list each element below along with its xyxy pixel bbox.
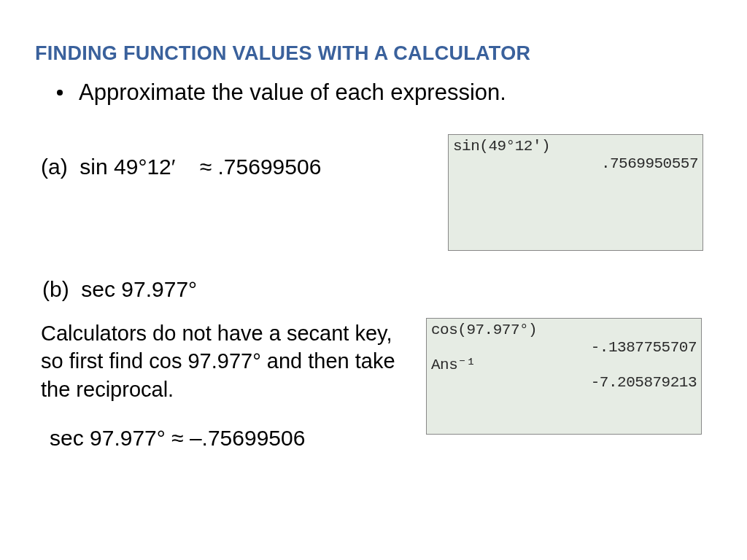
item-a-label: (a) (41, 155, 68, 179)
bullet-row: Approximate the value of each expression… (57, 79, 718, 106)
item-a: (a) sin 49°12′ ≈ .75699506 (41, 155, 321, 179)
calc-b-line1: cos(97.977°) (431, 322, 697, 339)
calc-b-line3: Ans⁻¹ (431, 357, 697, 374)
item-b-expr: sec 97.977° (81, 277, 197, 301)
calculator-screen-a: sin(49°12') .7569950557 (448, 134, 703, 251)
slide: FINDING FUNCTION VALUES WITH A CALCULATO… (0, 0, 747, 560)
calc-a-line1: sin(49°12') (453, 138, 698, 155)
result-b: sec 97.977° ≈ –.75699506 (50, 426, 305, 451)
item-b: (b) sec 97.977° (42, 277, 197, 302)
calc-b-line2: -.1387755707 (431, 339, 697, 357)
item-a-approx: ≈ .75699506 (200, 155, 322, 179)
slide-title: FINDING FUNCTION VALUES WITH A CALCULATO… (35, 42, 718, 65)
calc-a-line2: .7569950557 (453, 155, 698, 173)
calc-b-line4: -7.205879213 (431, 374, 697, 392)
calculator-screen-b: cos(97.977°) -.1387755707 Ans⁻¹ -7.20587… (426, 318, 702, 435)
bullet-text: Approximate the value of each expression… (79, 79, 506, 106)
bullet-icon (57, 90, 63, 96)
item-a-expr: sin 49°12′ (80, 155, 175, 179)
item-b-label: (b) (42, 277, 69, 301)
explain-text: Calculators do not have a secant key, so… (41, 319, 406, 403)
